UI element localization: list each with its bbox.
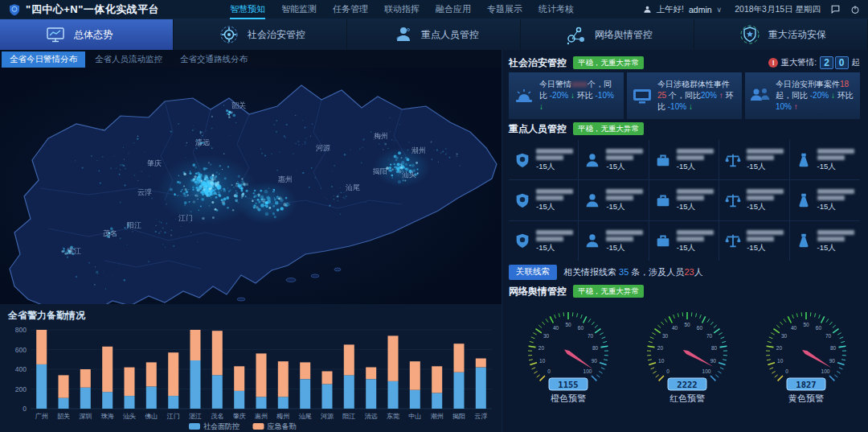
person-category-body: -15人 (677, 147, 714, 172)
stat-card-1[interactable]: 今日涉稳群体性事件 25 个，同比20% ↑ 环比 -10% ↓ (627, 72, 742, 119)
svg-text:40: 40 (791, 325, 797, 331)
svg-text:100: 100 (583, 368, 592, 374)
person-category-cell[interactable]: -15人 (579, 180, 649, 220)
person-category-body: -15人 (677, 228, 714, 253)
svg-text:20: 20 (538, 345, 545, 351)
message-icon[interactable] (830, 4, 841, 14)
tab-0[interactable]: 总体态势 (0, 19, 174, 50)
svg-text:30: 30 (543, 333, 550, 339)
svg-text:湛江: 湛江 (189, 413, 202, 420)
menu-item-1[interactable]: 智能监测 (281, 0, 317, 19)
gauge-value: 2222 (677, 380, 697, 389)
redacted-label (747, 195, 774, 200)
svg-text:揭阳: 揭阳 (452, 413, 465, 420)
person-category-body: -15人 (606, 147, 643, 172)
menu-item-2[interactable]: 任务管理 (333, 0, 368, 19)
person-category-cell[interactable]: -15人 (719, 180, 789, 220)
person-category-cell[interactable]: -15人 (649, 180, 719, 220)
redacted-label (817, 155, 845, 160)
menu-item-5[interactable]: 专题展示 (487, 0, 522, 19)
person-category-icon (514, 151, 531, 169)
svg-text:100: 100 (702, 368, 711, 374)
redacted-label (536, 149, 573, 154)
section-title: 社会治安管控 (509, 56, 567, 70)
person-category-icon (583, 151, 601, 169)
gauge-0: 01020304050607080901001155 橙色预警 (509, 301, 628, 432)
city-label: 湛江 (67, 247, 81, 255)
stat-card-0[interactable]: 今日警情xxxx个，同比 -20% ↓ 环比 -10% ↓ (509, 72, 624, 119)
tab-3[interactable]: 网络舆情管控 (521, 19, 694, 50)
redacted-label (747, 189, 784, 194)
map-tab-1[interactable]: 全省人员流动监控 (87, 51, 170, 68)
redacted-label (536, 155, 563, 160)
city-label: 揭阳 (372, 167, 387, 175)
menu-item-6[interactable]: 统计考核 (538, 0, 574, 19)
svg-text:50: 50 (565, 322, 571, 327)
person-category-cell[interactable]: -15人 (509, 221, 579, 261)
power-icon[interactable] (850, 5, 860, 14)
guangdong-heatmap[interactable]: 韶关清远河源梅州潮州汕头揭阳汕尾惠州肇庆云浮江门阳江茂名湛江 (0, 68, 502, 304)
svg-text:汕尾: 汕尾 (299, 413, 312, 420)
person-category-cell[interactable]: -15人 (649, 140, 719, 180)
police-readiness-panel: 全省警力备勤情况 0200400600800广州韶关深圳珠海汕头佛山江门湛江茂名… (0, 304, 502, 432)
opinion-alert-gauges: 01020304050607080901001155 橙色预警 01020304… (509, 301, 860, 432)
person-category-icon (724, 151, 742, 169)
alert-digit: 0 (835, 56, 849, 69)
alert-digit: 2 (820, 56, 833, 69)
redacted-label (677, 237, 704, 241)
gauge-2: 01020304050607080901001827 黄色预警 (747, 301, 866, 432)
stat-card-text: 今日涉稳群体性事件 25 个，同比20% ↑ 环比 -10% ↓ (657, 79, 737, 113)
person-count: -15人 (606, 243, 643, 253)
chevron-down-icon[interactable]: ∨ (717, 6, 723, 14)
svg-text:肇庆: 肇庆 (233, 413, 246, 420)
svg-text:0: 0 (666, 368, 669, 374)
person-category-cell[interactable]: -15人 (509, 140, 579, 180)
svg-text:梅州: 梅州 (276, 413, 289, 420)
gauge-value: 1827 (796, 380, 816, 389)
person-category-cell[interactable]: -15人 (509, 180, 579, 220)
person-category-cell[interactable]: -15人 (719, 221, 789, 261)
map-tab-0[interactable]: 全省今日警情分布 (2, 51, 85, 68)
menu-item-0[interactable]: 智慧预知 (230, 0, 265, 19)
menu-item-3[interactable]: 联动指挥 (384, 0, 420, 19)
person-category-cell[interactable]: -15人 (579, 221, 649, 261)
person-category-cell[interactable]: -15人 (790, 180, 860, 220)
menu-item-4[interactable]: 融合应用 (436, 0, 471, 19)
redacted-label (606, 149, 643, 154)
tab-1[interactable]: 社会治安管控 (174, 19, 347, 50)
tab-4[interactable]: 重大活动安保 (694, 19, 868, 50)
svg-text:400: 400 (15, 365, 27, 373)
right-column: 社会治安管控 平稳，无重大异常 ! 重大警情: 20 起 今日警情xxxx个，同… (502, 50, 868, 432)
redacted-label (747, 155, 774, 160)
person-category-cell[interactable]: -15人 (790, 140, 860, 180)
redacted-label (817, 195, 845, 200)
person-category-body: -15人 (817, 187, 854, 212)
svg-text:汕头: 汕头 (123, 413, 136, 420)
network-nodes-icon (566, 24, 587, 45)
redacted-label (606, 195, 633, 200)
key-persons-header: 重点人员管控 平稳，无重大异常 (509, 119, 860, 138)
svg-text:70: 70 (588, 333, 594, 339)
person-category-cell[interactable]: -15人 (649, 221, 719, 261)
map-tab-2[interactable]: 全省交通路线分布 (172, 51, 256, 68)
app-title: "四中心+N"一体化实战平台 (26, 2, 159, 17)
person-category-cell[interactable]: -15人 (790, 221, 860, 261)
section-title: 重点人员管控 (509, 122, 567, 136)
person-category-body: -15人 (817, 147, 854, 172)
tab-2[interactable]: 重点人员管控 (347, 19, 521, 50)
person-category-cell[interactable]: -15人 (579, 140, 649, 180)
person-count: -15人 (817, 202, 854, 212)
svg-text:50: 50 (684, 322, 690, 327)
monitor-chart-icon (45, 24, 66, 45)
svg-text:中山: 中山 (408, 413, 421, 420)
username[interactable]: admin (689, 5, 712, 14)
city-label: 汕尾 (346, 183, 360, 191)
redacted-label (606, 230, 643, 235)
redacted-label (747, 237, 774, 241)
svg-text:30: 30 (662, 333, 669, 339)
svg-text:80: 80 (592, 345, 599, 351)
stat-card-2[interactable]: 今日治安刑事案件18 起，同比 -20% ↓ 环比 10% ↑ (745, 72, 860, 119)
related-clues-button[interactable]: 关联线索 (509, 265, 557, 280)
redacted-label (677, 149, 714, 154)
person-category-cell[interactable]: -15人 (719, 140, 789, 180)
